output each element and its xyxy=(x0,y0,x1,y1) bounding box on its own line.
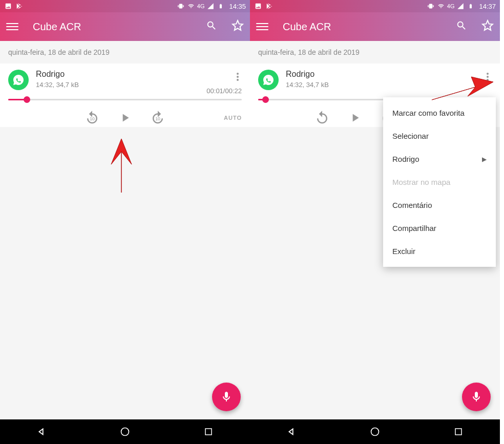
svg-point-8 xyxy=(487,76,489,78)
date-header: quinta-feira, 18 de abril de 2019 xyxy=(0,41,250,64)
app-title: Cube ACR xyxy=(33,21,81,33)
battery-icon xyxy=(467,2,475,10)
svg-point-7 xyxy=(487,73,489,75)
search-icon[interactable] xyxy=(456,20,467,33)
wifi-icon xyxy=(437,2,445,10)
image-icon xyxy=(4,2,12,10)
svg-point-10 xyxy=(371,428,379,436)
clock: 14:37 xyxy=(479,3,496,10)
home-button[interactable] xyxy=(368,425,382,439)
record-fab[interactable] xyxy=(212,383,241,411)
home-button[interactable] xyxy=(118,425,132,439)
svg-rect-11 xyxy=(455,429,461,435)
svg-point-9 xyxy=(487,79,489,81)
whatsapp-icon xyxy=(258,70,279,90)
back-button[interactable] xyxy=(284,425,299,439)
recording-contact: Rodrigo xyxy=(36,70,234,79)
svg-point-5 xyxy=(121,428,129,436)
signal-icon xyxy=(456,2,465,10)
more-options-button[interactable] xyxy=(484,70,492,86)
svg-point-2 xyxy=(237,79,239,81)
image-icon xyxy=(254,2,262,10)
signal-icon xyxy=(206,2,215,10)
rewind-10-button[interactable]: 10 xyxy=(83,109,101,127)
more-options-button[interactable] xyxy=(234,70,242,86)
menu-item-favorite[interactable]: Marcar como favorita xyxy=(383,101,496,124)
recording-card[interactable]: Rodrigo 14:32, 34,7 kB 00:01/00:22 xyxy=(0,64,250,113)
play-button[interactable] xyxy=(116,109,134,127)
network-label: 4G xyxy=(197,3,205,9)
status-bar: 4G 14:37 xyxy=(250,0,500,12)
wifi-icon xyxy=(187,2,195,10)
rewind-10-button[interactable] xyxy=(313,109,331,127)
star-icon[interactable] xyxy=(232,19,244,34)
chevron-right-icon: ▶ xyxy=(482,156,487,163)
date-header: quinta-feira, 18 de abril de 2019 xyxy=(250,41,500,64)
svg-text:10: 10 xyxy=(90,116,95,121)
recording-contact: Rodrigo xyxy=(286,70,484,79)
screen-left: 4G 14:35 Cube ACR quinta-feira, 18 de ab… xyxy=(0,0,250,444)
nav-bar xyxy=(250,419,500,444)
vibrate-icon xyxy=(177,2,185,10)
playback-time: 00:01/00:22 xyxy=(206,87,242,95)
play-store-icon xyxy=(15,2,24,10)
playback-controls: 10 10 AUTO xyxy=(0,113,250,127)
whatsapp-icon xyxy=(8,70,29,90)
annotation-arrow xyxy=(103,136,139,198)
recents-button[interactable] xyxy=(451,425,466,439)
screen-right: 4G 14:37 Cube ACR quinta-feira, 18 de ab… xyxy=(250,0,500,444)
svg-point-1 xyxy=(237,76,239,78)
back-button[interactable] xyxy=(34,425,49,439)
record-fab[interactable] xyxy=(462,383,491,411)
menu-item-share[interactable]: Compartilhar xyxy=(383,217,496,240)
menu-item-map: Mostrar no mapa xyxy=(383,171,496,194)
context-menu: Marcar como favorita Selecionar Rodrigo▶… xyxy=(383,97,496,267)
seek-bar[interactable] xyxy=(8,94,242,105)
menu-item-delete[interactable]: Excluir xyxy=(383,240,496,263)
play-button[interactable] xyxy=(346,109,364,127)
menu-item-comment[interactable]: Comentário xyxy=(383,194,496,217)
vibrate-icon xyxy=(427,2,435,10)
auto-label: AUTO xyxy=(224,115,242,121)
app-title: Cube ACR xyxy=(283,21,331,33)
nav-bar xyxy=(0,419,250,444)
menu-item-contact[interactable]: Rodrigo▶ xyxy=(383,147,496,171)
recording-meta: 14:32, 34,7 kB xyxy=(286,81,484,89)
menu-button[interactable] xyxy=(256,20,268,33)
clock: 14:35 xyxy=(229,3,246,10)
play-store-icon xyxy=(265,2,274,10)
forward-10-button[interactable]: 10 xyxy=(149,109,167,127)
menu-item-select[interactable]: Selecionar xyxy=(383,124,496,147)
svg-text:10: 10 xyxy=(155,116,160,121)
star-icon[interactable] xyxy=(481,19,494,34)
svg-point-0 xyxy=(237,73,239,75)
app-bar: Cube ACR xyxy=(250,12,500,41)
status-bar: 4G 14:35 xyxy=(0,0,250,12)
network-label: 4G xyxy=(447,3,455,9)
menu-button[interactable] xyxy=(6,20,18,33)
battery-icon xyxy=(217,2,225,10)
search-icon[interactable] xyxy=(206,20,217,33)
recording-meta: 14:32, 34,7 kB xyxy=(36,81,234,89)
recents-button[interactable] xyxy=(201,425,216,439)
svg-rect-6 xyxy=(205,429,212,435)
app-bar: Cube ACR xyxy=(0,12,250,41)
